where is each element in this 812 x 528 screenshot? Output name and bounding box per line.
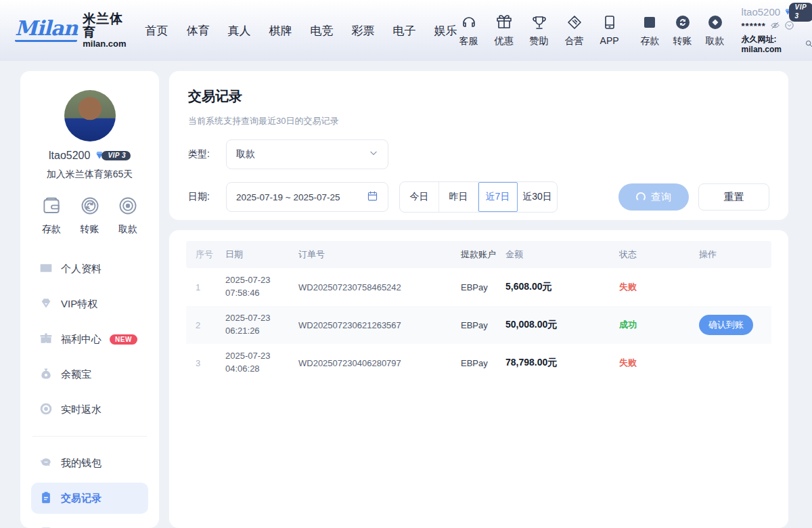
nav-sports[interactable]: 体育 <box>187 23 210 39</box>
moneybag-icon <box>39 367 53 382</box>
profile-avatar[interactable] <box>64 90 116 141</box>
col-index: 序号 <box>196 248 225 261</box>
range-7days-button[interactable]: 近7日 <box>478 182 518 212</box>
row-status: 失败 <box>619 357 699 369</box>
deposit-label: 存款 <box>641 35 660 47</box>
nav-lottery[interactable]: 彩票 <box>352 23 375 39</box>
table-header: 序号 日期 订单号 提款账户 金额 状态 操作 <box>186 241 771 268</box>
row-time: 04:06:28 <box>225 364 260 374</box>
sidebar-item-rebate[interactable]: 实时返水 <box>31 394 148 425</box>
sidebar-item-yuebao[interactable]: 余额宝 <box>31 359 148 390</box>
withdraw-button[interactable]: 取款 <box>704 14 727 47</box>
type-select[interactable]: 取款 <box>226 139 388 169</box>
sidebar-withdraw-label: 取款 <box>118 223 137 236</box>
menu-label: 实时返水 <box>61 403 102 416</box>
sidebar-item-bets[interactable]: 投注记录 <box>31 518 148 528</box>
partner-button[interactable]: 合营 <box>563 14 586 47</box>
nav-esports[interactable]: 电竞 <box>311 23 334 39</box>
vip-diamond-icon <box>39 296 53 312</box>
partner-icon <box>566 14 583 33</box>
sponsor-button[interactable]: 赞助 <box>528 14 551 47</box>
logo-domain-text: milan.com <box>83 39 126 49</box>
masked-balance: ****** <box>742 21 766 32</box>
permanent-url-label: 永久网址: milan.com <box>742 35 803 55</box>
join-days-text: 加入米兰体育第65天 <box>31 169 148 181</box>
row-datetime: 2025-07-23 04:06:28 <box>225 350 298 376</box>
date-range-presets: 今日 昨日 近7日 近30日 <box>399 181 558 213</box>
vip-badge: VIP 3 <box>784 7 812 18</box>
type-label: 类型: <box>188 148 219 160</box>
menu-label: VIP特权 <box>61 298 97 311</box>
header-quick-actions: 客服 优惠 赞助 合营 APP <box>457 14 621 47</box>
sidebar-item-welfare[interactable]: 福利中心 NEW <box>31 324 148 355</box>
sidebar-vip-label: VIP 3 <box>102 151 131 160</box>
sidebar-deposit-button[interactable]: 存款 <box>35 196 68 236</box>
withdraw-icon <box>118 196 138 219</box>
promo-button[interactable]: 优惠 <box>493 14 516 47</box>
gift-icon <box>496 14 512 33</box>
nav-entertainment[interactable]: 娱乐 <box>434 23 457 39</box>
logo-cn-text: 米兰体育 <box>83 12 126 39</box>
menu-label: 交易记录 <box>61 492 102 505</box>
row-datetime: 2025-07-23 06:21:26 <box>225 312 298 338</box>
site-logo[interactable]: Milan 米兰体育 milan.com <box>15 12 127 49</box>
new-badge: NEW <box>110 334 137 345</box>
header-username: ltao5200 <box>742 6 781 19</box>
gift-icon <box>39 332 53 347</box>
calendar-icon <box>367 190 378 204</box>
sidebar-withdraw-button[interactable]: 取款 <box>112 196 144 236</box>
main-nav: 首页 体育 真人 棋牌 电竞 彩票 电子 娱乐 <box>145 23 457 39</box>
transfer-button[interactable]: 转账 <box>671 14 694 47</box>
range-today-button[interactable]: 今日 <box>400 182 439 212</box>
chevron-down-icon <box>369 148 378 160</box>
sidebar-vip-badge: VIP 3 <box>94 150 131 161</box>
row-order-number: WD202507230406280797 <box>298 358 461 368</box>
row-index: 2 <box>196 320 225 330</box>
withdraw-icon <box>707 14 723 33</box>
table-row: 2 2025-07-23 06:21:26 WD2025072306212635… <box>186 306 771 344</box>
nav-home[interactable]: 首页 <box>145 23 168 39</box>
row-datetime: 2025-07-23 07:58:46 <box>225 274 298 300</box>
top-header: Milan 米兰体育 milan.com 首页 体育 真人 棋牌 电竞 彩票 电… <box>0 0 812 61</box>
sidebar-transfer-button[interactable]: 转账 <box>74 196 106 236</box>
confirm-received-button[interactable]: 确认到账 <box>699 315 753 335</box>
transfer-label: 转账 <box>673 35 692 47</box>
range-yesterday-button[interactable]: 昨日 <box>439 182 478 212</box>
reset-button[interactable]: 重置 <box>698 183 769 211</box>
date-range-value: 2025-07-19 ~ 2025-07-25 <box>236 192 340 202</box>
page-title: 交易记录 <box>188 87 769 106</box>
row-action-cell: 确认到账 <box>699 315 762 335</box>
range-30days-button[interactable]: 近30日 <box>518 182 557 212</box>
user-summary: ltao5200 VIP 3 ****** 永久网址: milan.com <box>742 6 812 55</box>
sidebar-quick-actions: 存款 转账 取款 <box>31 196 148 236</box>
row-index: 3 <box>196 358 225 368</box>
logo-script-text: Milan <box>15 18 77 42</box>
deposit-button[interactable]: 存款 <box>639 14 662 47</box>
nav-slots[interactable]: 电子 <box>393 23 416 39</box>
filter-card: 交易记录 当前系统支持查询最近30日的交易记录 类型: 取款 日期: 2025-… <box>169 71 788 220</box>
magnifier-icon[interactable] <box>805 39 812 51</box>
eye-off-icon[interactable] <box>770 20 780 33</box>
date-range-input[interactable]: 2025-07-19 ~ 2025-07-25 <box>226 182 388 212</box>
query-button[interactable]: 查询 <box>618 183 689 211</box>
sidebar-item-wallet[interactable]: 我的钱包 <box>31 447 148 479</box>
row-date: 2025-07-23 <box>225 313 271 323</box>
nav-chess[interactable]: 棋牌 <box>269 23 292 39</box>
page-subtitle: 当前系统支持查询最近30日的交易记录 <box>188 115 769 127</box>
idcard-icon <box>39 261 53 277</box>
customer-service-button[interactable]: 客服 <box>457 14 480 47</box>
promo-label: 优惠 <box>495 35 514 47</box>
sidebar-item-profile[interactable]: 个人资料 <box>31 253 148 284</box>
record-icon <box>39 491 53 506</box>
chevron-circle-icon[interactable] <box>784 20 794 33</box>
nav-live[interactable]: 真人 <box>228 23 251 39</box>
menu-label: 福利中心 <box>61 333 102 346</box>
date-label: 日期: <box>188 191 219 203</box>
row-account: EBPay <box>461 358 505 368</box>
sidebar-item-vip[interactable]: VIP特权 <box>31 288 148 320</box>
partner-label: 合营 <box>565 35 584 47</box>
transfer-icon <box>80 196 100 219</box>
sidebar-item-transactions[interactable]: 交易记录 <box>31 483 148 514</box>
app-download-button[interactable]: APP <box>598 14 621 47</box>
row-account: EBPay <box>461 320 505 330</box>
